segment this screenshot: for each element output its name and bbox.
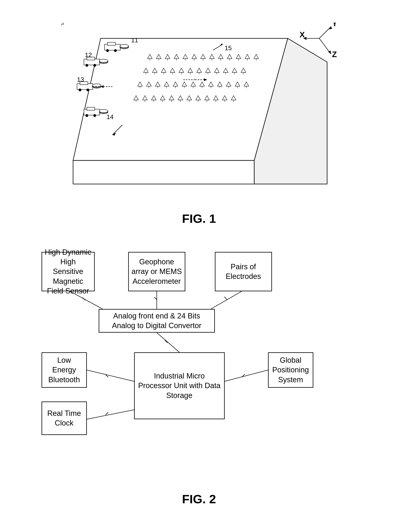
svg-line-66 (157, 333, 180, 352)
svg-point-21 (120, 44, 128, 48)
fig2-section: High Dynamic High Sensitive Magnetic Fie… (0, 236, 398, 522)
svg-text:Y: Y (332, 23, 337, 28)
svg-line-6 (319, 26, 331, 38)
svg-line-68 (87, 370, 136, 382)
rtc-box: Real Time Clock (42, 401, 87, 435)
svg-text:11: 11 (131, 37, 138, 44)
svg-point-33 (79, 89, 81, 91)
svg-text:13: 13 (77, 76, 84, 83)
svg-point-45 (99, 109, 108, 113)
gps-box: Global Positioning System (268, 352, 313, 388)
svg-point-25 (85, 64, 88, 67)
fig1-diagram: Y X Z 11 (61, 23, 337, 210)
bluetooth-box: Low Energy Bluetooth (42, 352, 87, 388)
svg-line-63 (154, 297, 157, 300)
svg-text:X: X (300, 30, 305, 39)
svg-point-17 (106, 49, 109, 52)
svg-line-73 (242, 374, 245, 377)
fig1-caption: FIG. 1 (182, 212, 216, 226)
svg-line-65 (224, 297, 227, 300)
svg-point-26 (93, 64, 96, 67)
svg-point-34 (86, 89, 89, 91)
svg-text:15: 15 (225, 44, 232, 51)
svg-point-41 (85, 114, 88, 117)
svg-point-18 (114, 49, 117, 52)
svg-point-42 (93, 114, 96, 117)
svg-line-61 (83, 298, 85, 300)
cpu-box: Industrial Micro Processor Unit with Dat… (134, 352, 225, 419)
svg-line-70 (87, 409, 136, 419)
svg-point-29 (99, 59, 108, 62)
svg-text:14: 14 (107, 113, 114, 120)
svg-line-69 (106, 374, 108, 377)
svg-line-67 (165, 340, 167, 343)
magnetic-sensor-box: High Dynamic High Sensitive Magnetic Fie… (42, 252, 95, 291)
fig2-caption: FIG. 2 (182, 492, 216, 506)
svg-line-72 (223, 370, 268, 382)
svg-text:12: 12 (85, 51, 92, 58)
electrodes-box: Pairs of Electrodes (215, 252, 272, 291)
svg-marker-58 (61, 23, 64, 24)
adc-box: Analog front end & 24 Bits Analog to Dig… (99, 309, 215, 333)
svg-line-71 (106, 412, 108, 415)
fig1-section: Y X Z 11 (0, 0, 398, 236)
svg-rect-40 (87, 107, 95, 110)
svg-text:Z: Z (332, 50, 337, 59)
svg-rect-16 (108, 42, 116, 45)
svg-line-64 (211, 290, 244, 309)
geophone-box: Geophone array or MEMS Accelerometer (128, 252, 185, 291)
fig2-diagram: High Dynamic High Sensitive Magnetic Fie… (32, 248, 366, 484)
